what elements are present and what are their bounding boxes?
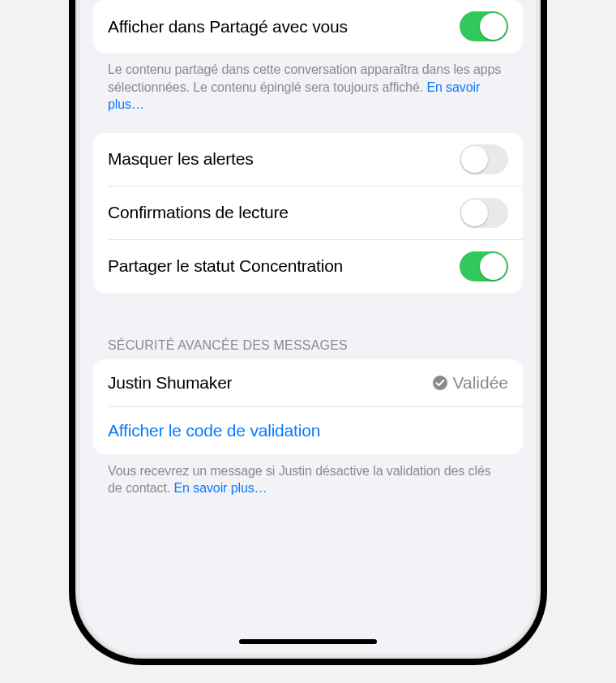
phone-frame: Afficher dans Partagé avec vous Le conte… <box>69 0 547 665</box>
toggle-knob <box>480 13 507 40</box>
validation-status: Validée <box>432 373 509 393</box>
contact-name: Justin Shumaker <box>108 373 232 393</box>
checkmark-circle-icon <box>432 375 448 391</box>
hide-alerts-label: Masquer les alertes <box>108 149 253 169</box>
phone-bezel: Afficher dans Partagé avec vous Le conte… <box>75 0 541 659</box>
screen: Afficher dans Partagé avec vous Le conte… <box>80 0 536 654</box>
toggle-knob <box>461 146 488 173</box>
hide-alerts-toggle[interactable] <box>460 144 508 174</box>
security-header: SÉCURITÉ AVANCÉE DES MESSAGES <box>93 338 523 359</box>
show-in-shared-toggle[interactable] <box>460 11 508 41</box>
hide-alerts-row[interactable]: Masquer les alertes <box>93 133 523 186</box>
show-validation-code-link[interactable]: Afficher le code de validation <box>108 421 320 440</box>
alerts-section: Masquer les alertes Confirmations de lec… <box>93 133 523 293</box>
home-indicator[interactable] <box>239 639 377 644</box>
read-receipts-row[interactable]: Confirmations de lecture <box>93 187 523 239</box>
security-section: Justin Shumaker Validée <box>93 359 523 454</box>
security-footer-text: Vous recevrez un message si Justin désac… <box>108 464 491 496</box>
shared-with-you-footer: Le contenu partagé dans cette conversati… <box>93 53 523 114</box>
read-receipts-label: Confirmations de lecture <box>108 203 289 222</box>
share-focus-label: Partager le statut Concentration <box>108 256 343 276</box>
toggle-knob <box>461 200 488 226</box>
shared-with-you-section: Afficher dans Partagé avec vous <box>93 0 523 53</box>
svg-point-0 <box>433 376 447 390</box>
read-receipts-toggle[interactable] <box>460 198 508 228</box>
show-in-shared-label: Afficher dans Partagé avec vous <box>108 17 348 37</box>
show-in-shared-row[interactable]: Afficher dans Partagé avec vous <box>93 0 523 53</box>
security-learn-more-link[interactable]: En savoir plus… <box>174 481 267 495</box>
security-footer: Vous recevrez un message si Justin désac… <box>93 454 523 497</box>
toggle-knob <box>480 253 507 280</box>
show-validation-code-row[interactable]: Afficher le code de validation <box>93 407 523 454</box>
validation-status-text: Validée <box>453 373 509 393</box>
contact-row[interactable]: Justin Shumaker Validée <box>93 359 523 406</box>
share-focus-row[interactable]: Partager le statut Concentration <box>93 240 523 293</box>
share-focus-toggle[interactable] <box>460 251 508 281</box>
